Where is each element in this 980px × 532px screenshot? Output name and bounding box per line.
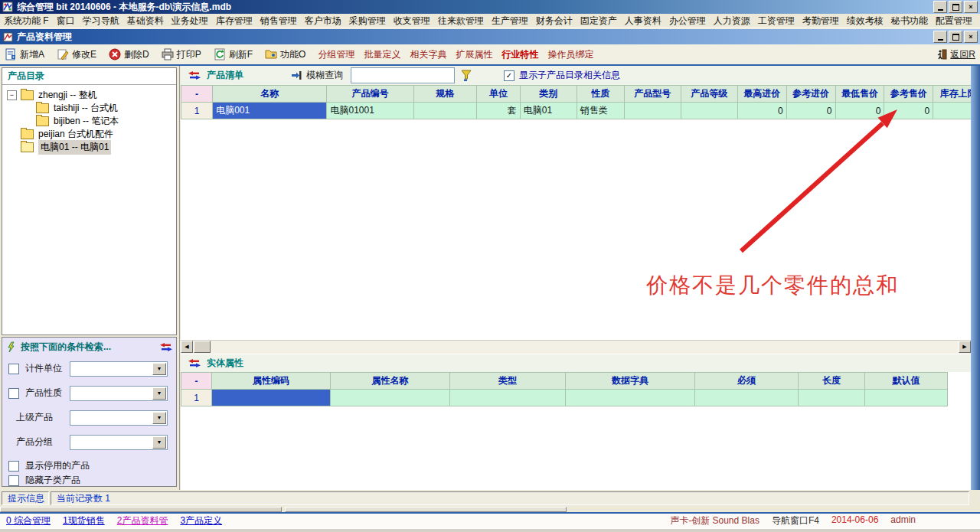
menu-item-income-expense[interactable]: 收支管理 — [390, 15, 434, 28]
column-header-required[interactable]: 必须 — [695, 373, 799, 390]
chevron-down-icon[interactable]: ▼ — [152, 363, 166, 375]
tab-spot-sales[interactable]: 1现货销售 — [63, 514, 105, 527]
function-button[interactable]: 功能O — [265, 48, 305, 61]
menu-item-sales[interactable]: 销售管理 — [256, 15, 301, 28]
chevron-down-icon[interactable]: ▼ — [152, 412, 166, 424]
menu-item-inventory[interactable]: 库存管理 — [212, 15, 256, 28]
collapse-icon[interactable]: − — [7, 90, 17, 100]
link-extended-attrs[interactable]: 扩展属性 — [456, 48, 492, 61]
menu-item-business[interactable]: 业务处理 — [168, 15, 212, 28]
link-industry-traits[interactable]: 行业特性 — [501, 48, 538, 61]
child-minimize-button[interactable] — [933, 31, 947, 43]
menu-item-office[interactable]: 办公管理 — [665, 15, 710, 28]
product-code-cell[interactable]: 电脑01001 — [327, 103, 413, 119]
attr-name-cell[interactable] — [331, 390, 450, 406]
column-header-ref-sale[interactable]: 参考售价 — [884, 86, 933, 103]
menu-item-config[interactable]: 配置管理 — [932, 15, 976, 28]
scroll-right-button[interactable]: ▶ — [959, 341, 971, 353]
column-header-index[interactable]: - — [181, 86, 213, 103]
link-batch-define[interactable]: 批量定义 — [364, 48, 400, 61]
tab-product-data-manage[interactable]: 2产品资料管 — [117, 514, 168, 527]
hide-sub-checkbox[interactable] — [8, 475, 19, 486]
edit-button[interactable]: 修改E — [57, 48, 96, 61]
menu-item-purchase[interactable]: 采购管理 — [345, 15, 390, 28]
tab-comprehensive-manage[interactable]: 0 综合管理 — [6, 514, 51, 527]
menu-item-receivable[interactable]: 往来款管理 — [434, 15, 488, 28]
swap-arrows-icon[interactable] — [188, 359, 201, 367]
restore-button[interactable] — [949, 1, 962, 13]
menu-item-base-data[interactable]: 基础资料 — [123, 15, 168, 28]
refresh-button[interactable]: 刷新F — [214, 48, 253, 61]
tree-item-diannao01[interactable]: 电脑01 -- 电脑01 — [2, 141, 176, 154]
minimize-button[interactable] — [933, 1, 947, 13]
swap-arrows-icon[interactable] — [160, 343, 172, 351]
menu-item-hr-files[interactable]: 人事资料 — [621, 15, 665, 28]
menu-item-salary[interactable]: 工资管理 — [754, 15, 799, 28]
product-group-select[interactable]: ▼ — [70, 435, 168, 450]
menu-item-production[interactable]: 生产管理 — [488, 15, 532, 28]
menu-item-learn-nav[interactable]: 学习导航 — [79, 15, 123, 28]
print-button[interactable]: 打印P — [162, 48, 201, 61]
horizontal-scrollbar[interactable]: ◀ ▶ — [181, 340, 971, 354]
min-sale-cell[interactable]: 0 — [835, 103, 884, 119]
attr-type-cell[interactable] — [450, 390, 566, 406]
nature-filter-select[interactable]: ▼ — [70, 386, 168, 401]
scroll-left-button[interactable]: ◀ — [181, 341, 193, 353]
column-header-code[interactable]: 产品编号 — [327, 86, 413, 103]
column-header-ref-purchase[interactable]: 参考进价 — [786, 86, 835, 103]
close-button[interactable]: × — [964, 1, 978, 13]
link-group-manage[interactable]: 分组管理 — [318, 48, 354, 61]
show-disabled-checkbox[interactable] — [8, 461, 19, 472]
filter-icon[interactable] — [461, 70, 472, 81]
product-name-cell[interactable]: 电脑001 — [213, 103, 327, 119]
product-unit-cell[interactable]: 套 — [477, 103, 521, 119]
parent-product-select[interactable]: ▼ — [70, 410, 168, 426]
column-header-model[interactable]: 产品型号 — [624, 86, 681, 103]
column-header-name[interactable]: 名称 — [213, 86, 327, 103]
ref-sale-cell[interactable]: 0 — [884, 103, 933, 119]
chevron-down-icon[interactable]: ▼ — [152, 436, 166, 449]
length-cell[interactable] — [799, 390, 865, 406]
column-header-max-purchase[interactable]: 最高进价 — [737, 86, 786, 103]
column-header-grade[interactable]: 产品等级 — [681, 86, 737, 103]
unit-filter-select[interactable]: ▼ — [70, 361, 168, 377]
column-header-default[interactable]: 默认值 — [865, 373, 948, 390]
chevron-down-icon[interactable]: ▼ — [152, 387, 166, 400]
menu-item-attendance[interactable]: 考勤管理 — [799, 15, 843, 28]
column-header-stock-upper[interactable]: 库存上限 — [933, 86, 971, 103]
data-dict-cell[interactable] — [566, 390, 695, 406]
product-nature-cell[interactable]: 销售类 — [577, 103, 624, 119]
menu-item-customer[interactable]: 客户市场 — [301, 15, 345, 28]
product-model-cell[interactable] — [624, 103, 681, 119]
ref-purchase-cell[interactable]: 0 — [786, 103, 835, 119]
menu-item-system[interactable]: 系统功能 F — [0, 15, 53, 28]
menu-item-window[interactable]: 窗口 — [53, 15, 79, 28]
menu-item-performance[interactable]: 绩效考核 — [843, 15, 887, 28]
tree-item-peijian[interactable]: peijian 台式机配件 — [2, 128, 176, 141]
column-header-category[interactable]: 类别 — [520, 86, 577, 103]
fuzzy-query-input[interactable] — [351, 67, 455, 83]
child-close-button[interactable]: × — [964, 31, 978, 43]
add-button[interactable]: 新增A — [5, 48, 44, 61]
column-header-data-dict[interactable]: 数据字典 — [566, 373, 695, 390]
table-row[interactable]: 1 — [181, 390, 948, 406]
delete-button[interactable]: 删除D — [109, 48, 149, 61]
link-operator-bind[interactable]: 操作员绑定 — [547, 48, 593, 61]
swap-arrows-icon[interactable] — [188, 71, 201, 80]
required-cell[interactable] — [695, 390, 799, 406]
column-header-length[interactable]: 长度 — [799, 373, 865, 390]
unit-filter-checkbox[interactable] — [8, 364, 19, 374]
show-sub-info-checkbox[interactable]: ✓ — [504, 70, 514, 81]
column-header-unit[interactable]: 单位 — [477, 86, 521, 103]
child-maximize-button[interactable] — [949, 31, 962, 43]
menu-item-secretary[interactable]: 秘书功能 — [887, 15, 932, 28]
max-purchase-cell[interactable]: 0 — [737, 103, 786, 119]
menu-item-human-resource[interactable]: 人力资源 — [710, 15, 754, 28]
product-spec-cell[interactable] — [413, 103, 476, 119]
link-related-dict[interactable]: 相关字典 — [410, 48, 446, 61]
mdi-horizontal-scrollbar[interactable] — [0, 507, 980, 512]
tree-item-taishiji[interactable]: taishiji -- 台式机 — [2, 102, 176, 115]
column-header-nature[interactable]: 性质 — [577, 86, 624, 103]
scrollbar-thumb[interactable] — [194, 341, 211, 353]
menu-item-fixed-assets[interactable]: 固定资产 — [577, 15, 621, 28]
